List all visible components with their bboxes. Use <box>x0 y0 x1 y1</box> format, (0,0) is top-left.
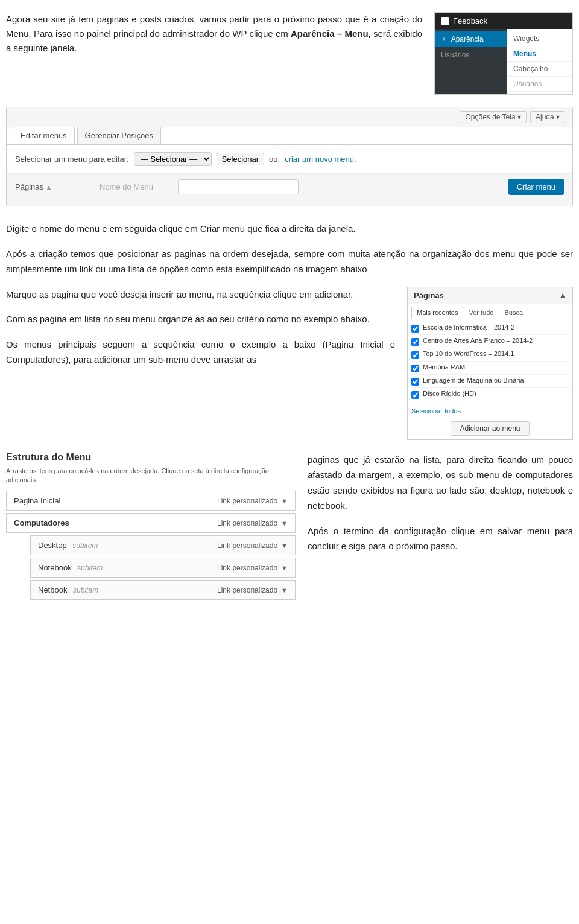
notebook-name: Notebook subitem <box>38 563 103 572</box>
bottom-text-block: paginas que já estarão na lista, para di… <box>308 452 573 603</box>
desktop-right: Link personalizado ▼ <box>217 541 288 550</box>
ajuda-button[interactable]: Ajuda ▾ <box>530 111 565 123</box>
paragraph-2: Após a criação temos que posicionar as p… <box>6 246 573 277</box>
wp-admin-panel: Feedback ✦ Aparência Usuários Widgets Me… <box>434 12 573 95</box>
pages-panel-header: Páginas ▲ <box>408 287 572 304</box>
centro-label: Centro de Artes Ana Franco – 2014-2 <box>423 337 533 344</box>
menu-item-netbook[interactable]: Netbook subitem Link personalizado ▼ <box>30 580 296 600</box>
paragraph-7: Após o termino da configuração clique em… <box>308 523 573 554</box>
menu-editor-row2: Páginas ▲ Nome do Menu Criar menu <box>7 173 572 200</box>
menu-editor-panel: Opções de Tela ▾ Ajuda ▾ Editar menus Ge… <box>6 107 573 206</box>
tab-ver-tudo[interactable]: Ver tudo <box>463 307 499 319</box>
usuarios-subitem[interactable]: Usuários <box>507 77 572 92</box>
menu-structure-panel: Estrutura do Menu Arraste os itens para … <box>6 452 296 603</box>
criar-novo-menu-link[interactable]: criar um novo menu. <box>285 155 356 164</box>
checkbox-top10[interactable] <box>411 351 419 359</box>
list-item: Escola de Informática – 2014-2 <box>411 322 569 335</box>
top-paragraph: Agora seu site já tem paginas e posts cr… <box>6 12 422 95</box>
opcoes-tela-button[interactable]: Opções de Tela ▾ <box>460 111 527 123</box>
menu-editor-content: Selecionar um menu para editar: — Seleci… <box>7 144 572 173</box>
pages-panel-title: Páginas <box>414 291 444 300</box>
select-label: Selecionar um menu para editar: <box>15 155 129 164</box>
menu-item-notebook[interactable]: Notebook subitem Link personalizado ▼ <box>30 558 296 578</box>
menu-editor-tabs: Editar menus Gerenciar Posições <box>7 127 572 144</box>
paragraph-3: Marque as pagina que você deseja inserir… <box>6 287 395 302</box>
checkbox-centro[interactable] <box>411 338 419 346</box>
memoria-label: Memória RAM <box>423 363 465 371</box>
widgets-item[interactable]: Widgets <box>507 31 572 46</box>
linguagem-label: Linguagem de Maquina ou Binária <box>423 377 524 384</box>
pages-panel: Páginas ▲ Mais recentes Ver tudo Busca E… <box>407 287 573 440</box>
pages-list-wrap: Escola de Informática – 2014-2 Centro de… <box>408 319 572 404</box>
netbook-right: Link personalizado ▼ <box>217 586 288 594</box>
desktop-type: Link personalizado <box>217 541 277 550</box>
menu-item-pagina-inicial[interactable]: Pagina Inicial Link personalizado ▼ <box>6 491 296 511</box>
usuarios-label: Usuários <box>441 51 469 59</box>
list-item: Linguagem de Maquina ou Binária <box>411 375 569 388</box>
checkbox-memoria[interactable] <box>411 365 419 372</box>
checkbox-linguagem[interactable] <box>411 378 419 386</box>
netbook-arrow: ▼ <box>281 587 288 594</box>
wp-usuarios-item[interactable]: Usuários <box>435 47 507 63</box>
escola-label: Escola de Informática – 2014-2 <box>423 323 514 331</box>
tab-busca[interactable]: Busca <box>499 307 528 319</box>
list-item: Disco Rígido (HD) <box>411 388 569 401</box>
adicionar-ao-menu-button[interactable]: Adicionar ao menu <box>451 421 529 436</box>
paragraph-5: Os menus principais seguem a seqüência c… <box>6 337 395 368</box>
pages-tabs: Mais recentes Ver tudo Busca <box>408 304 572 319</box>
tab-editar-menus[interactable]: Editar menus <box>13 127 75 144</box>
top10-label: Top 10 do WordPress – 2014.1 <box>423 350 514 357</box>
list-item: Memória RAM <box>411 362 569 375</box>
desktop-arrow: ▼ <box>281 542 288 549</box>
menu-struct-title: Estrutura do Menu <box>6 452 296 463</box>
pagina-inicial-arrow: ▼ <box>281 497 288 505</box>
or-text: ou, <box>269 155 280 164</box>
pages-select-all: Selecionar todos <box>408 404 572 418</box>
wp-aparencia-item[interactable]: ✦ Aparência <box>435 31 507 47</box>
menu-item-computadores[interactable]: Computadores Link personalizado ▼ <box>6 513 296 533</box>
mid-section: Marque as pagina que você deseja inserir… <box>6 287 573 440</box>
menu-struct-desc: Arraste os itens para colocá-los na orde… <box>6 467 296 485</box>
menu-editor-topbar: Opções de Tela ▾ Ajuda ▾ <box>7 107 572 127</box>
tab-mais-recentes[interactable]: Mais recentes <box>411 307 463 319</box>
menu-name-input[interactable] <box>178 179 299 194</box>
pagina-inicial-right: Link personalizado ▼ <box>217 497 288 505</box>
feedback-label: Feedback <box>453 16 487 25</box>
notebook-arrow: ▼ <box>281 564 288 572</box>
aparencia-label: Aparência <box>451 35 484 43</box>
wp-panel-right-menu: Widgets Menus Cabeçalho Usuários <box>507 29 572 94</box>
pages-list: Escola de Informática – 2014-2 Centro de… <box>408 319 572 404</box>
computadores-type: Link personalizado <box>217 519 277 527</box>
computadores-right: Link personalizado ▼ <box>217 519 288 527</box>
cabecalho-item[interactable]: Cabeçalho <box>507 62 572 77</box>
paragraph-6: paginas que já estarão na lista, para di… <box>308 452 573 514</box>
nome-do-menu-label: Nome do Menu <box>100 182 172 191</box>
selecionar-button[interactable]: Selecionar <box>217 153 264 165</box>
mid-text-block: Marque as pagina que você deseja inserir… <box>6 287 395 440</box>
computadores-arrow: ▼ <box>281 520 288 527</box>
menus-item[interactable]: Menus <box>507 46 572 62</box>
netbook-name: Netbook subitem <box>38 585 98 594</box>
list-item: Top 10 do WordPress – 2014.1 <box>411 348 569 362</box>
top-section: Agora seu site já tem paginas e posts cr… <box>6 12 573 95</box>
computadores-name: Computadores <box>14 518 69 527</box>
aparencia-icon: ✦ <box>441 35 447 43</box>
menu-select-dropdown[interactable]: — Selecionar — <box>134 152 212 166</box>
notebook-right: Link personalizado ▼ <box>217 564 288 572</box>
wp-panel-left-menu: ✦ Aparência Usuários <box>435 29 507 94</box>
menu-select-row: Selecionar um menu para editar: — Seleci… <box>15 152 564 166</box>
checkbox-disco[interactable] <box>411 391 419 399</box>
checkbox-escola[interactable] <box>411 325 419 333</box>
netbook-type: Link personalizado <box>217 586 277 594</box>
tab-gerenciar-posicoes[interactable]: Gerenciar Posições <box>77 127 161 144</box>
disco-label: Disco Rígido (HD) <box>423 390 476 397</box>
feedback-icon <box>441 17 449 25</box>
list-item: Centro de Artes Ana Franco – 2014-2 <box>411 335 569 348</box>
selecionar-todos-link[interactable]: Selecionar todos <box>411 407 461 415</box>
menu-item-desktop[interactable]: Desktop subitem Link personalizado ▼ <box>30 535 296 555</box>
criar-menu-button[interactable]: Criar menu <box>508 179 564 195</box>
wp-panel-body: ✦ Aparência Usuários Widgets Menus Cabeç… <box>435 29 572 94</box>
paragraph-1: Digite o nome do menu e em seguida cliqu… <box>6 221 573 237</box>
pagina-inicial-name: Pagina Inicial <box>14 496 60 505</box>
desktop-name: Desktop subitem <box>38 541 98 550</box>
